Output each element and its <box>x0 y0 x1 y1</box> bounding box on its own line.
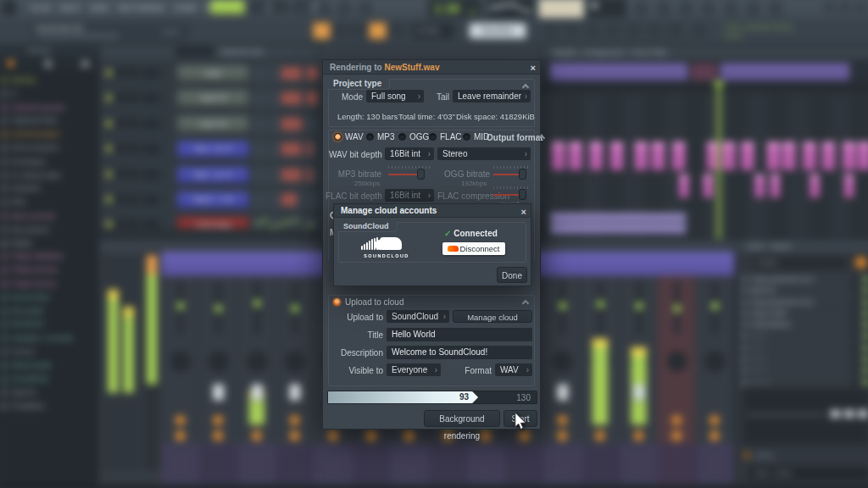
plugin-slot[interactable]: Fruity Limiter <box>739 308 868 319</box>
wav-channels-dropdown[interactable]: Stereo› <box>437 147 531 160</box>
slot-knob[interactable] <box>851 345 858 352</box>
record-button[interactable] <box>270 0 289 14</box>
slot-knob[interactable] <box>851 310 858 317</box>
target-box[interactable] <box>142 69 159 78</box>
pan-knob[interactable] <box>116 119 125 128</box>
format-radio-wav[interactable]: WAV <box>334 132 364 142</box>
slot-knob[interactable] <box>851 379 858 385</box>
plugin-slot[interactable]: Fruity parametric EQ 2 <box>739 297 868 308</box>
format-radio-ogg[interactable]: OGG <box>398 132 429 142</box>
mode-dropdown[interactable]: Full song› <box>366 90 424 103</box>
browser-item[interactable]: Sliced audio <box>0 361 97 374</box>
track-eq-graph[interactable] <box>743 388 868 445</box>
upload-cloud-header[interactable]: Upload to cloud <box>345 297 404 307</box>
plugin-slot[interactable]: Fruity Balance <box>739 320 868 330</box>
pitch-knob[interactable] <box>337 2 351 15</box>
flac-compression-slider[interactable] <box>493 189 531 200</box>
browser-item[interactable]: Plugin database <box>0 252 97 265</box>
manage-cloud-accounts-button[interactable]: Manage cloud accounts.. <box>453 310 532 323</box>
paint-tool-button[interactable] <box>369 22 387 39</box>
done-button[interactable]: Done <box>497 267 527 283</box>
plugin-top-field[interactable]: (none) <box>754 257 847 269</box>
channel-button[interactable]: Layer #2 <box>177 91 249 108</box>
browser-item[interactable]: Scores <box>0 347 97 361</box>
channel-led-icon[interactable] <box>106 121 111 126</box>
countdown-icon[interactable] <box>606 24 620 37</box>
target-box[interactable] <box>142 119 159 129</box>
wait-input-icon[interactable] <box>586 24 599 37</box>
toolbar-icon-2[interactable] <box>657 2 670 15</box>
channel-led-icon[interactable] <box>106 222 111 227</box>
step-sequencer-strip[interactable] <box>253 191 320 208</box>
pattern-selector[interactable] <box>587 0 627 18</box>
description-input[interactable]: Welcome to SoundCloud! <box>387 346 532 359</box>
browser-item[interactable]: Recent files <box>0 293 97 307</box>
browser-item[interactable]: Plugin presets <box>0 266 97 280</box>
toolbar-icon-1[interactable] <box>634 2 648 15</box>
track-color-knob[interactable] <box>854 255 868 269</box>
channel-button[interactable]: Attack - 1 Hit <box>177 191 249 208</box>
browser-item[interactable]: Samples n Sounds <box>0 334 97 347</box>
metronome-icon[interactable] <box>565 24 578 37</box>
pan-knob[interactable] <box>116 194 125 203</box>
slot-enable-led[interactable] <box>863 357 868 362</box>
plugin-slot[interactable]: Slot 8 <box>739 354 868 364</box>
browser-item[interactable]: My projects <box>0 225 97 238</box>
slot-knob[interactable] <box>851 333 858 340</box>
channel-led-icon[interactable] <box>106 96 111 101</box>
typing-keyboard-icon[interactable] <box>544 24 558 37</box>
browser-tabs[interactable] <box>0 57 97 70</box>
toolbar-icon-3[interactable] <box>679 2 693 15</box>
upload-cloud-led-icon[interactable] <box>333 298 341 306</box>
browser-tab-plugins-icon[interactable] <box>81 61 89 67</box>
browser-item[interactable]: C: <box>0 89 97 103</box>
pan-knob[interactable] <box>116 169 125 178</box>
volume-knob[interactable] <box>317 2 331 15</box>
channel-led-icon[interactable] <box>106 197 111 202</box>
browser-item[interactable]: Misc <box>0 197 97 211</box>
pan-knob[interactable] <box>116 68 125 77</box>
channel-led-icon[interactable] <box>106 146 111 151</box>
channel-led-icon[interactable] <box>106 171 111 176</box>
visible-to-dropdown[interactable]: Everyone› <box>387 363 441 376</box>
toolbar-icon-4[interactable] <box>702 2 715 15</box>
format-radio-mid[interactable]: MID <box>463 132 489 142</box>
browser-item[interactable]: Backup <box>0 75 97 89</box>
pan-knob[interactable] <box>116 219 125 229</box>
slot-knob[interactable] <box>851 287 858 294</box>
plugin-slot[interactable]: Slot 7 <box>739 343 868 353</box>
target-box[interactable] <box>142 195 159 204</box>
browser-item[interactable]: Templates <box>0 402 97 415</box>
slot-knob[interactable] <box>851 322 858 329</box>
tail-dropdown[interactable]: Leave remainder› <box>453 90 531 103</box>
browser-item[interactable]: Mixer presets <box>0 211 97 225</box>
browser-item[interactable]: Soundfonts <box>0 374 97 388</box>
slot-enable-led[interactable] <box>863 369 868 374</box>
browser-item[interactable]: Envelopes <box>0 157 97 170</box>
browser-item[interactable]: Impulses <box>0 184 97 197</box>
slot-enable-led[interactable] <box>863 323 868 328</box>
slot-enable-led[interactable] <box>863 334 868 339</box>
volume-knob[interactable] <box>129 119 138 128</box>
mute-tool-button[interactable] <box>390 24 403 37</box>
browser-item[interactable]: Speech <box>0 388 97 402</box>
cloud-dialog-titlebar[interactable]: Manage cloud accounts × <box>334 204 531 218</box>
step-sequencer-strip[interactable] <box>253 116 320 133</box>
stop-button[interactable] <box>248 0 267 14</box>
channel-button[interactable]: Arps - up 73 <box>177 141 249 158</box>
plugin-slot[interactable]: Slot 10 <box>739 377 868 387</box>
channel-rack-filter[interactable] <box>175 47 214 57</box>
step-sequencer-strip[interactable] <box>253 65 320 82</box>
plugin-slot[interactable]: Maximus <box>739 286 868 296</box>
browser-item[interactable]: Packs <box>0 238 97 252</box>
playlist-scrollbar-segment[interactable] <box>691 64 716 80</box>
target-box[interactable] <box>142 94 159 103</box>
upload-cloud-collapse-icon[interactable] <box>522 300 529 307</box>
plugin-slot[interactable]: Slot 6 <box>739 331 868 341</box>
cloud-upload-icon[interactable] <box>693 24 706 37</box>
volume-knob[interactable] <box>129 169 138 178</box>
volume-knob[interactable] <box>129 219 138 229</box>
output-format-header[interactable]: Output format <box>487 133 543 142</box>
playlist-timeline-ruler[interactable] <box>541 81 868 92</box>
tempo-knob[interactable] <box>297 2 310 15</box>
